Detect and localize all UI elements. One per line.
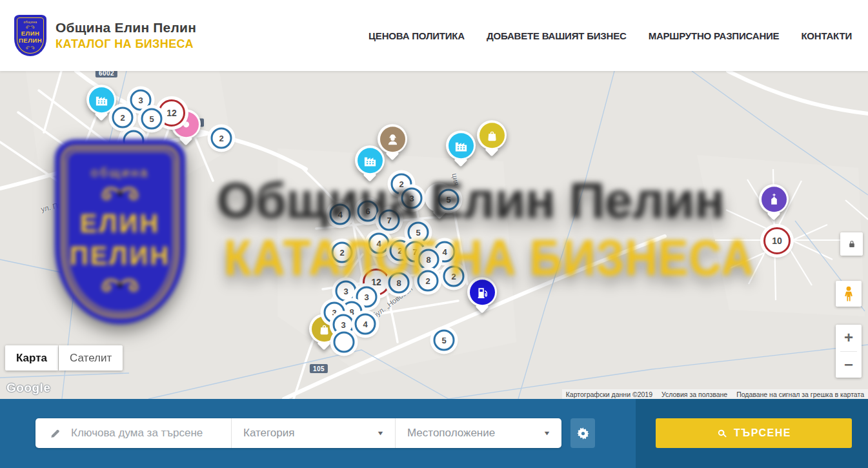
- map-canvas[interactable]: ул. Преславбул. „Новоселция6002105 32125…: [0, 71, 868, 399]
- fuel-icon: [475, 285, 490, 300]
- crest-top-text: община: [23, 20, 37, 24]
- map-cluster[interactable]: 4: [355, 314, 376, 335]
- google-logo[interactable]: Google: [6, 381, 50, 395]
- map-cluster[interactable]: 5: [141, 108, 163, 130]
- factory-icon: [94, 92, 109, 107]
- nav-add-your-business[interactable]: ДОБАВЕТЕ ВАШИЯТ БИЗНЕС: [487, 30, 627, 41]
- search-bar: Категория ▼ Местоположение ▼ ТЪРСЕНЕ: [0, 399, 868, 468]
- map-cluster[interactable]: 5: [434, 330, 455, 351]
- church-icon: [767, 192, 782, 207]
- map-cluster[interactable]: 8: [418, 249, 439, 270]
- map-cluster[interactable]: [123, 130, 145, 152]
- map-cluster[interactable]: 10: [763, 227, 791, 254]
- bag-icon: [485, 128, 500, 143]
- category-select[interactable]: Категория ▼: [231, 418, 395, 448]
- advanced-settings-button[interactable]: [570, 418, 595, 448]
- map-attribution: Картографски данни ©2019 Условия за полз…: [562, 389, 868, 399]
- map-pin-factory[interactable]: [446, 130, 476, 160]
- worker-icon: [385, 132, 400, 147]
- pegman-button[interactable]: [836, 281, 862, 307]
- map-cluster[interactable]: 3: [401, 188, 423, 209]
- attribution-copyright: Картографски данни ©2019: [566, 391, 652, 398]
- keyword-input[interactable]: [70, 426, 221, 440]
- map-pin-church[interactable]: [759, 184, 789, 214]
- nav-contacts[interactable]: КОНТАКТИ: [801, 30, 852, 41]
- search-bar-right: ТЪРСЕНЕ: [636, 399, 868, 468]
- factory-icon: [454, 138, 469, 153]
- map-cluster[interactable]: 6: [358, 201, 379, 222]
- search-icon: [716, 428, 727, 439]
- crest-line1: ЕЛИН: [21, 30, 40, 37]
- location-select-value: Местоположение: [407, 427, 495, 440]
- map-cluster[interactable]: 2: [112, 107, 134, 128]
- map-type-map-button[interactable]: Карта: [5, 345, 58, 371]
- brand[interactable]: община ЕЛИН ПЕЛИН Община Елин Пелин КАТА…: [14, 15, 196, 56]
- map-pin-worker[interactable]: [378, 124, 407, 154]
- map-pin-bag[interactable]: [477, 120, 507, 150]
- map-cluster[interactable]: 12: [158, 99, 185, 127]
- pencil-icon: [50, 428, 61, 439]
- factory-icon: [363, 153, 378, 168]
- municipality-crest-logo: община ЕЛИН ПЕЛИН: [14, 15, 46, 56]
- marker-layer: 321252235647542742822128338334510: [0, 71, 868, 399]
- crest-line2: ПЕЛИН: [19, 37, 42, 45]
- attribution-terms-link[interactable]: Условия за ползване: [661, 391, 727, 398]
- map-cluster[interactable]: 2: [443, 266, 465, 287]
- pegman-icon: [840, 285, 857, 302]
- keyword-field-wrap: [35, 418, 231, 448]
- map-cluster[interactable]: 5: [408, 222, 429, 243]
- page: община ЕЛИН ПЕЛИН Община Елин Пелин КАТА…: [0, 0, 868, 468]
- map-cluster[interactable]: 4: [330, 204, 351, 225]
- map-type-control: Карта Сателит: [5, 345, 123, 371]
- lock-icon: [847, 239, 857, 249]
- map-cluster[interactable]: 4: [368, 233, 390, 254]
- map-cluster[interactable]: 3: [336, 281, 357, 302]
- map-pin-factory[interactable]: [86, 85, 116, 114]
- nav-route-schedule[interactable]: МАРШРУТНО РАЗПИСАНИЕ: [649, 30, 780, 41]
- main-nav: ЦЕНОВА ПОЛИТИКА ДОБАВЕТЕ ВАШИЯТ БИЗНЕС М…: [368, 30, 852, 41]
- site-subtitle: КАТАЛОГ НА БИЗНЕСА: [56, 37, 196, 51]
- map-type-satellite-button[interactable]: Сателит: [59, 345, 123, 371]
- map-cluster[interactable]: 2: [332, 242, 353, 263]
- map-cluster[interactable]: 7: [379, 210, 400, 231]
- search-button-label: ТЪРСЕНЕ: [734, 427, 791, 439]
- location-select[interactable]: Местоположение ▼: [395, 418, 561, 448]
- gear-icon: [576, 427, 590, 440]
- map-cluster[interactable]: 2: [211, 128, 232, 149]
- nav-pricing-policy[interactable]: ЦЕНОВА ПОЛИТИКА: [368, 30, 465, 41]
- search-fields: Категория ▼ Местоположение ▼: [35, 418, 561, 448]
- bag-icon: [317, 321, 332, 336]
- crest-flourish-icon: [22, 25, 39, 30]
- map-cluster[interactable]: 3: [130, 90, 152, 111]
- map-cluster[interactable]: 5: [438, 189, 459, 210]
- zoom-in-button[interactable]: +: [836, 325, 862, 351]
- chevron-down-icon: ▼: [543, 430, 550, 436]
- crest-flourish-icon: [22, 45, 39, 50]
- map-pin-fuel[interactable]: [467, 277, 497, 307]
- map-pin-factory[interactable]: [355, 145, 385, 175]
- chevron-down-icon: ▼: [376, 430, 384, 436]
- map-cluster[interactable]: 8: [389, 272, 410, 294]
- zoom-control: + −: [836, 325, 862, 378]
- map-cluster[interactable]: [334, 332, 355, 353]
- attribution-report-link[interactable]: Подаване на сигнал за грешка в картата: [736, 391, 864, 398]
- search-button[interactable]: ТЪРСЕНЕ: [656, 418, 852, 448]
- brand-text: Община Елин Пелин КАТАЛОГ НА БИЗНЕСА: [56, 20, 196, 51]
- site-title: Община Елин Пелин: [56, 20, 196, 36]
- header: община ЕЛИН ПЕЛИН Община Елин Пелин КАТА…: [0, 0, 868, 71]
- zoom-out-button[interactable]: −: [836, 352, 862, 378]
- search-bar-left: Категория ▼ Местоположение ▼: [0, 399, 636, 468]
- lock-button[interactable]: [840, 232, 863, 256]
- category-select-value: Категория: [243, 427, 294, 440]
- map-cluster[interactable]: 2: [418, 270, 439, 292]
